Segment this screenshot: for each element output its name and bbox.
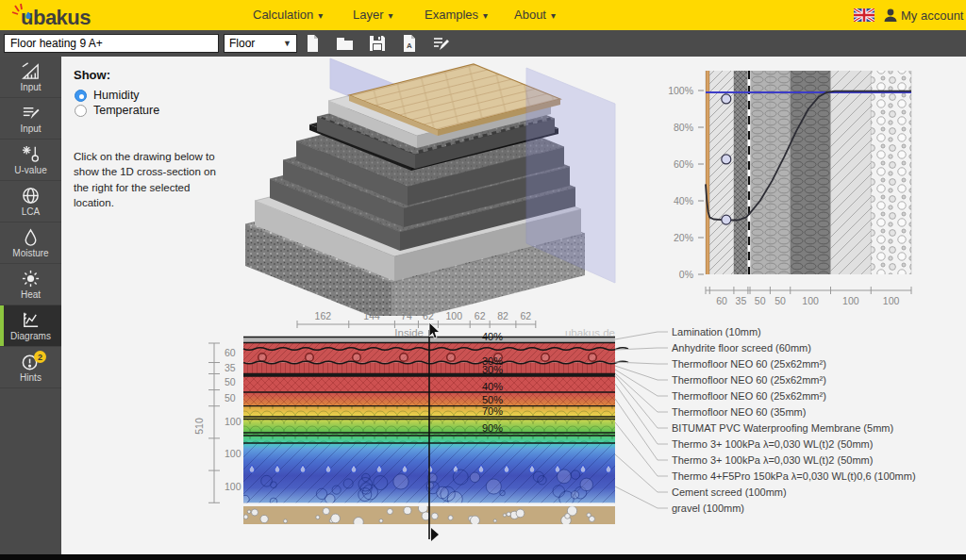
layer-label: gravel (100mm) [672,502,744,514]
svg-text:50: 50 [225,376,236,387]
svg-text:80%: 80% [674,122,693,133]
svg-text:100: 100 [842,295,859,306]
svg-text:50: 50 [755,295,766,306]
app-header: ubakus Calculation Layer Examples About … [0,0,966,30]
ubakus-logo[interactable]: ubakus [8,3,130,28]
construction-3d-drawing[interactable] [226,57,632,316]
user-icon[interactable] [883,8,898,23]
radio-temperature-label: Temperature [93,104,159,117]
svg-text:35: 35 [225,362,236,373]
sidebar-item-label: U-value [14,165,46,175]
radio-humidity[interactable]: Humidity [75,89,140,102]
radio-temperature[interactable]: Temperature [75,104,159,117]
logo-text: ubakus [21,6,91,28]
svg-text:100: 100 [446,311,463,321]
layer-label: Thermofloor NEO 60 (25x62mm²) [672,358,826,370]
radio-temperature-circle[interactable] [75,105,87,117]
layer-label: Anhydrite floor screed (60mm) [672,342,811,354]
svg-text:90%: 90% [482,422,503,434]
sidebar-item-diagrams[interactable]: Diagrams [0,305,61,347]
nav-calculation[interactable]: Calculation [253,8,323,22]
svg-text:100: 100 [225,448,242,459]
save-icon[interactable] [367,33,388,54]
layer-label: Thermo 3+ 100kPa λ=0,030 WL(t)2 (50mm) [672,454,873,466]
moisture-layer-diagram[interactable]: 40%30%30%40%50%70%90%1621447462100628262… [193,311,966,554]
layer-label: Lamination (10mm) [672,326,761,338]
layer-label: Cement screed (100mm) [672,486,787,498]
layers-input-icon [21,103,41,123]
svg-text:40%: 40% [482,331,503,342]
nav-layer[interactable]: Layer [353,8,393,22]
sun-icon [21,269,41,288]
svg-text:35: 35 [736,295,747,306]
svg-text:162: 162 [315,311,332,321]
svg-text:60: 60 [716,295,727,306]
svg-text:A: A [407,41,412,50]
svg-text:60: 60 [225,347,236,358]
component-select-value: Floor [229,37,255,50]
globe-icon [21,186,41,206]
sidebar-item-hints[interactable]: 2 Hints [0,347,61,388]
cross-section-1d-chart: 100%80%60%40%20%0%60355050100100100 [658,58,966,311]
sidebar-item-moisture[interactable]: Moisture [0,222,61,264]
svg-text:40%: 40% [482,381,503,392]
radio-humidity-label: Humidity [93,89,140,102]
sidebar-item-lca[interactable]: LCA [0,181,61,222]
project-name-input[interactable] [4,34,219,53]
sidebar-item-label: LCA [22,206,40,217]
layer-label: BITUMAT PVC Waterproofing Membrane (5mm) [672,422,893,434]
svg-text:100: 100 [225,416,242,427]
svg-text:100%: 100% [668,85,693,96]
svg-text:100: 100 [802,295,819,306]
pdf-export-icon[interactable]: A [399,33,420,54]
sidebar-item-label: Heat [21,289,41,300]
sidebar: Input Input U-value LCA Moisture Heat [0,57,61,554]
layer-label: Thermofloor NEO 60 (25x62mm²) [672,390,826,402]
radio-humidity-circle[interactable] [75,90,87,102]
u-value-icon [21,144,41,164]
chevron-down-icon: ▼ [283,39,291,48]
svg-text:30%: 30% [482,364,503,375]
nav-about[interactable]: About [514,8,556,22]
sidebar-item-label: Input [20,82,41,92]
bottom-bar [0,554,966,560]
svg-text:100: 100 [225,481,242,492]
svg-text:50: 50 [774,295,786,306]
layer-label: Thermofloor NEO 60 (35mm) [672,406,806,418]
layer-label: Thermofloor NEO 60 (25x62mm²) [672,374,826,386]
layer-label: Thermo 3+ 100kPa λ=0,030 WL(t)2 (50mm) [672,438,873,450]
new-file-icon[interactable] [303,33,324,54]
sidebar-item-heat[interactable]: Heat [0,264,61,305]
geometry-input-icon [21,61,41,81]
svg-text:70%: 70% [482,405,503,417]
nav-examples[interactable]: Examples [425,8,488,22]
layer-label: Thermo 4+F5Pro 150kPa λ=0,030 WL(t)0,6 (… [672,470,916,482]
svg-text:50: 50 [225,392,236,404]
edit-icon[interactable] [431,33,452,54]
svg-text:74: 74 [401,311,412,321]
svg-text:ubakus.de: ubakus.de [565,327,615,338]
svg-text:82: 82 [497,311,508,321]
sidebar-item-u-value[interactable]: U-value [0,140,61,181]
svg-text:Inside: Inside [394,327,424,338]
svg-text:62: 62 [423,311,434,321]
svg-text:510: 510 [193,418,205,435]
chart-icon [21,310,41,330]
svg-text:144: 144 [363,311,380,321]
sidebar-item-label: Input [20,124,41,134]
my-account-button[interactable]: My account [901,8,963,23]
sidebar-item-label: Diagrams [10,331,51,341]
svg-text:50%: 50% [482,394,503,405]
droplet-icon [21,227,41,247]
uk-flag-icon[interactable] [854,8,874,22]
component-select[interactable]: Floor ▼ [224,34,297,53]
toolbar: Floor ▼ A [0,30,966,57]
svg-text:100: 100 [883,295,900,306]
svg-text:60%: 60% [674,158,693,170]
sidebar-item-input-layers[interactable]: Input [0,98,61,140]
sidebar-item-input-geometry[interactable]: Input [0,57,61,98]
open-folder-icon[interactable] [335,33,356,54]
sidebar-item-label: Moisture [12,248,48,258]
svg-text:20%: 20% [674,232,693,243]
show-title: Show: [74,68,110,82]
